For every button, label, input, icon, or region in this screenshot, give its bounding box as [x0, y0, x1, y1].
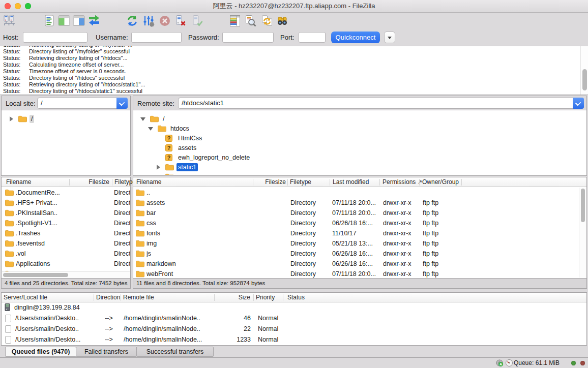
- queue-file-row[interactable]: /Users/smalin/Deskto..-->/home/dinglin/s…: [2, 324, 586, 334]
- column-header[interactable]: Filesize: [255, 177, 286, 187]
- column-header[interactable]: Filetype: [290, 177, 311, 187]
- folder-question-icon: ?: [165, 144, 174, 151]
- column-header[interactable]: Permissions ↗: [383, 177, 422, 187]
- file-row[interactable]: .Spotlight-V1...Directory: [2, 218, 130, 228]
- file-row[interactable]: .PKInstallSan..Directory: [2, 208, 130, 218]
- message-log-toggle-icon[interactable]: [43, 14, 56, 27]
- folder-question-icon: ?: [165, 135, 174, 142]
- file-row[interactable]: jsDirectory06/26/18 16:...drwxr-xr-xftp …: [134, 249, 579, 259]
- expander-expanded-icon[interactable]: [140, 116, 145, 121]
- filter-settings-icon[interactable]: [142, 14, 155, 27]
- log-line: Status:Directory listing of "/htdocs/sta…: [0, 88, 580, 95]
- remote-files-vscrollbar[interactable]: [579, 188, 586, 278]
- column-header[interactable]: Last modified: [333, 177, 369, 187]
- svg-text:?: ?: [167, 135, 171, 141]
- file-row[interactable]: markdownDirectory06/26/18 16:...drwxr-xr…: [134, 259, 579, 269]
- transfer-queue-toggle-icon[interactable]: [87, 14, 101, 27]
- remote-site-combobox[interactable]: /htdocs/static1: [178, 98, 584, 109]
- directory-comparison-icon[interactable]: [228, 14, 242, 27]
- local-tree-toggle-icon[interactable]: [57, 14, 71, 27]
- local-site-combobox[interactable]: /: [37, 98, 128, 109]
- queue-file-row[interactable]: /Users/smalin/Deskto..-->/home/dinglin/s…: [2, 313, 586, 324]
- tree-item[interactable]: ?assets: [134, 143, 586, 152]
- host-input[interactable]: [23, 32, 87, 43]
- folder-icon: [136, 230, 144, 239]
- column-header[interactable]: Remote file: [123, 293, 154, 302]
- file-row[interactable]: fontsDirectory11/10/17drwxr-xr-xftp ftp: [134, 228, 579, 238]
- log-scrollbar[interactable]: [580, 46, 588, 95]
- file-search-icon[interactable]: [244, 14, 257, 27]
- file-row[interactable]: .TrashesDirectory: [2, 228, 130, 238]
- column-header[interactable]: Filename: [136, 177, 161, 187]
- remote-tree-toggle-icon[interactable]: [72, 14, 85, 27]
- window-title: 阿里云 - hz232207@hz232207.ftp.aliapp.com -…: [0, 0, 588, 12]
- speed-limits-icon[interactable]: [505, 359, 513, 368]
- column-header[interactable]: Owner/Group: [422, 177, 459, 187]
- folder-icon: [5, 230, 14, 239]
- log-line: Status:Retrieving directory listing of "…: [0, 55, 580, 62]
- minimize-window-button[interactable]: [15, 3, 21, 9]
- tab-queued-files[interactable]: Queued files (9470): [5, 347, 76, 357]
- column-header[interactable]: Size: [215, 293, 250, 302]
- quickconnect-dropdown-button[interactable]: [384, 32, 395, 43]
- disconnect-server-icon[interactable]: [173, 14, 187, 27]
- file-row[interactable]: barDirectory07/11/18 20:0...drwxr-xr-xft…: [134, 208, 579, 218]
- tree-item[interactable]: [134, 172, 586, 175]
- title-bar: 阿里云 - hz232207@hz232207.ftp.aliapp.com -…: [0, 0, 588, 13]
- tree-item-label: /: [161, 115, 166, 123]
- status-bar: A Queue: 61.1 MiB: [0, 357, 588, 368]
- tab-successful-transfers[interactable]: Successful transfers: [136, 347, 214, 357]
- local-files-status: 4 files and 25 directories. Total size: …: [2, 278, 130, 288]
- expander-collapsed-icon[interactable]: [156, 165, 161, 170]
- cancel-icon[interactable]: [158, 14, 171, 27]
- port-input[interactable]: [299, 32, 326, 43]
- file-row[interactable]: cssDirectory06/26/18 16:...drwxr-xr-xftp…: [134, 218, 579, 228]
- zoom-window-button[interactable]: [25, 3, 31, 9]
- tree-item[interactable]: /: [134, 114, 586, 124]
- queue-file-row[interactable]: /Users/smalin/Deskto...-->/home/dinglin/…: [2, 334, 586, 345]
- file-row[interactable]: .HFS+ Privat...Directory: [2, 198, 130, 208]
- column-header[interactable]: Filesize: [73, 177, 109, 187]
- username-input[interactable]: [131, 32, 182, 43]
- quickconnect-button[interactable]: Quickconnect: [331, 32, 380, 43]
- expander-expanded-icon[interactable]: [148, 126, 153, 131]
- auto-transfer-type-icon[interactable]: A: [495, 359, 504, 368]
- tree-item[interactable]: ?ewh_logreport_no_delete: [134, 152, 586, 162]
- file-row[interactable]: assetsDirectory07/11/18 20:0...drwxr-xr-…: [134, 198, 579, 208]
- data-connection-indicator-icon: [571, 361, 576, 365]
- folder-icon: [18, 115, 27, 122]
- file-row[interactable]: ..: [134, 188, 579, 198]
- chevron-down-icon[interactable]: [116, 98, 128, 109]
- reconnect-server-icon[interactable]: [190, 14, 203, 27]
- close-window-button[interactable]: [5, 3, 11, 9]
- queue-server-row[interactable]: dinglin@139.199.28.84: [2, 302, 586, 313]
- column-header[interactable]: Filename: [6, 177, 31, 187]
- chevron-down-icon[interactable]: [573, 98, 584, 109]
- column-header[interactable]: Direction: [96, 293, 120, 302]
- file-row[interactable]: .fseventsdDirectory: [2, 238, 130, 249]
- tree-item[interactable]: /: [2, 114, 130, 124]
- folder-icon: [165, 164, 174, 171]
- expander-slot: [156, 155, 161, 160]
- filter-files-icon[interactable]: [276, 14, 289, 27]
- file-row[interactable]: imgDirectory05/21/18 13:...drwxr-xr-xftp…: [134, 238, 579, 249]
- file-row[interactable]: .DocumentRe...Directory: [2, 188, 130, 198]
- file-row[interactable]: ApplicationsDirectory: [2, 259, 130, 269]
- file-row[interactable]: webFrontDirectory07/11/18 20:0...drwxr-x…: [134, 269, 579, 278]
- refresh-icon[interactable]: [126, 14, 139, 27]
- synchronized-browsing-icon[interactable]: [260, 14, 274, 27]
- password-input[interactable]: [222, 32, 274, 43]
- local-directory-tree: /: [2, 111, 130, 175]
- expander-collapsed-icon[interactable]: [9, 116, 14, 121]
- transfer-queue-pane: Server/Local fileDirectionRemote fileSiz…: [1, 292, 587, 346]
- column-header[interactable]: Server/Local file: [4, 293, 47, 302]
- file-row[interactable]: .volDirectory: [2, 249, 130, 259]
- column-header[interactable]: Status: [287, 293, 305, 302]
- site-manager-icon[interactable]: [3, 14, 16, 27]
- local-files-hscrollbar[interactable]: [2, 271, 130, 278]
- tree-item[interactable]: htdocs: [134, 124, 586, 133]
- tree-item[interactable]: ?HtmlCss: [134, 133, 586, 143]
- tab-failed-transfers[interactable]: Failed transfers: [76, 347, 137, 357]
- column-header[interactable]: Priority: [256, 293, 275, 302]
- tree-item[interactable]: static1: [134, 162, 586, 172]
